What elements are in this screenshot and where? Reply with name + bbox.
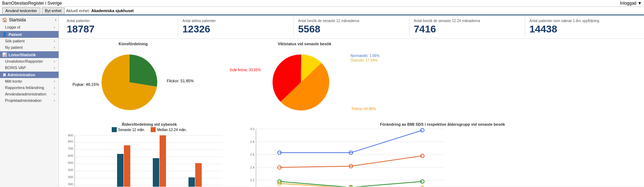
sidebar-item-anvandadmin[interactable]: Användaradministration ›: [0, 91, 59, 97]
stat-besok1224-value: 7416: [414, 24, 520, 35]
svg-text:500: 500: [68, 161, 73, 165]
pie-vikt-section: Viktstatus vid senaste besök Normalvikt:…: [219, 40, 390, 118]
svg-text:2.4: 2.4: [250, 166, 255, 169]
sidebar-patient-header: 👤 Patient: [0, 31, 59, 38]
search-patient-label: Sök patient: [5, 39, 25, 43]
logout-arrow: ›: [54, 25, 55, 29]
line-chart-section: Förändring av BMI SDS i respektive ålder…: [244, 121, 641, 187]
svg-text:300: 300: [68, 175, 73, 179]
pie-kons-title: Könsfördelning: [62, 40, 205, 47]
vikt-svarfetma-label: Svår fetma: 33.55%: [230, 68, 261, 72]
home-label: Startsida: [9, 17, 26, 22]
bar-group4-series2: [195, 163, 202, 187]
stat-besok1224-label: Antal besök de senaste 12-24 månaderna: [414, 19, 520, 23]
svg-text:2.6: 2.6: [250, 153, 255, 156]
main-layout: 🏠 Startsida › Logga ut › 👤 Patient Sök p…: [0, 15, 644, 187]
projektadmin-arrow: ›: [54, 99, 55, 103]
stat-besok12: Antal besök de senaste 12 månaderna 5568: [294, 17, 409, 36]
line-series1-seg2: [351, 130, 422, 153]
patient-icon: 👤: [2, 32, 7, 37]
new-patient-label: Ny patient: [5, 45, 23, 50]
stat-patienter-label: Antal patienter: [67, 19, 173, 23]
line-series3-seg2: [351, 182, 422, 187]
topbar: BarnObesitasRegister i Sverige Inloggad …: [0, 0, 644, 7]
stat-aktiva: Antal aktiva patienter 12326: [178, 17, 294, 36]
vikt-overvikt-label: Övervikt: 17.94%: [351, 58, 379, 62]
svg-text:2.2: 2.2: [250, 178, 255, 182]
bar-legend-label-1: Senaste 12 mån.: [118, 128, 145, 132]
sidebar-item-rapportera[interactable]: Rapportera fel/ändring ›: [0, 84, 59, 91]
svg-text:900: 900: [68, 134, 73, 137]
pie-boys-segment: [130, 54, 157, 87]
patient-section-label: Patient: [9, 32, 22, 37]
sidebar-item-projektadmin[interactable]: Projektadministration ›: [0, 97, 59, 104]
bar-legend-item-2: Mellan 12-24 mån.: [151, 127, 187, 132]
sidebar-logout[interactable]: Logga ut ›: [0, 24, 59, 30]
stat-besok1224: Antal besök de senaste 12-24 månaderna 7…: [409, 17, 525, 36]
line-chart-title: Förändring av BMI SDS i respektive ålder…: [244, 121, 641, 127]
boris-vap-label: BORIS VAP: [5, 66, 26, 70]
bar-group3-series1: [153, 158, 159, 187]
admin-icon: 🖥: [2, 73, 6, 77]
app-title: BarnObesitasRegister i Sverige: [2, 1, 62, 6]
stat-patienter: Antal patienter 18787: [62, 17, 178, 36]
logout-label: Logga ut: [5, 25, 20, 29]
new-patient-arrow: ›: [54, 46, 55, 50]
use-testcenter-button[interactable]: Använd testcenter: [2, 7, 40, 14]
pie-kons-girls-label: Flickor: 51.85%: [167, 79, 194, 83]
pie-kons-boys-label: Pojkar: 48.15%: [72, 82, 99, 87]
bar-group3-series2: [160, 135, 166, 187]
stat-besok12-label: Antal besök de senaste 12 månaderna: [298, 19, 405, 23]
svg-text:2.8: 2.8: [250, 140, 255, 144]
unit-name: Akademiska sjukhuset: [91, 9, 134, 13]
bar-chart-svg: 0.0 100 200 300 400 500 600 700 800 900: [62, 134, 226, 187]
svg-text:200: 200: [68, 182, 73, 186]
bar-legend-label-2: Mellan 12-24 mån.: [157, 128, 187, 132]
mitt-konto-label: Mitt konto: [5, 79, 22, 83]
bar-group4-series1: [188, 177, 195, 187]
change-unit-button[interactable]: Byt enhet: [42, 7, 65, 14]
content-area: Antal patienter 18787 Antal aktiva patie…: [59, 15, 644, 187]
sidebar-item-mitt-konto[interactable]: Mitt konto ›: [0, 78, 59, 84]
pie-vikt-title: Viktstatus vid senaste besök: [219, 40, 390, 47]
sidebar-item-boris-vap[interactable]: BORIS VAP ›: [0, 64, 59, 71]
line-series2-seg2: [351, 156, 422, 166]
svg-text:700: 700: [68, 147, 73, 150]
projektadmin-label: Projektadministration: [5, 98, 42, 103]
stat-uppfoljning-label: Antal patienter som saknar 1-års uppfölj…: [529, 19, 636, 23]
pie-kons-section: Könsfördelning Pojkar: 48.15% Flickor: 5…: [62, 40, 205, 118]
bar-group2-series2: [124, 145, 130, 187]
sidebar: 🏠 Startsida › Logga ut › 👤 Patient Sök p…: [0, 15, 59, 187]
bar-chart-section: Åldersfördelning vid nybesök Senaste 12 …: [62, 121, 237, 187]
stat-aktiva-value: 12326: [182, 24, 289, 35]
stat-besok12-value: 5568: [298, 24, 405, 35]
sidebar-item-search-patient[interactable]: Sök patient ›: [0, 38, 59, 44]
stat-patienter-value: 18787: [67, 24, 173, 35]
sidebar-item-urvalslistor[interactable]: Urvalslistor/Rapporter ›: [0, 58, 59, 64]
line-series2-seg1: [280, 166, 351, 167]
line-series4-pt2: [349, 186, 353, 187]
stat-uppfoljning: Antal patienter som saknar 1-års uppfölj…: [525, 17, 640, 36]
line-chart-svg: 2.0 2.2 2.4 2.6 2.8 3.0 1 2 3: [244, 127, 451, 187]
svg-text:400: 400: [68, 168, 73, 172]
listor-section-label: Listor/Statistik: [9, 53, 36, 57]
stat-uppfoljning-value: 14438: [529, 24, 636, 35]
unit-label: Aktuell enhet:: [66, 9, 90, 13]
stats-bar: Antal patienter 18787 Antal aktiva patie…: [59, 15, 644, 39]
anvandadmin-label: Användaradministration: [5, 92, 46, 96]
svg-text:600: 600: [68, 154, 73, 157]
mitt-konto-arrow: ›: [54, 79, 55, 83]
bar-legend-color-1: [112, 127, 117, 132]
rapportera-arrow: ›: [54, 86, 55, 90]
svg-text:800: 800: [68, 140, 73, 143]
sidebar-item-new-patient[interactable]: Ny patient ›: [0, 44, 59, 51]
urvalslistor-arrow: ›: [54, 59, 55, 63]
stat-aktiva-label: Antal aktiva patienter: [182, 19, 289, 23]
pie-kons-chart: [101, 54, 158, 111]
bar-legend-item-1: Senaste 12 mån.: [112, 127, 145, 132]
listor-icon: 📊: [2, 52, 7, 57]
bar-legend-color-2: [151, 127, 156, 132]
sidebar-home[interactable]: 🏠 Startsida ›: [0, 16, 59, 24]
bar-group2-series1: [117, 154, 124, 187]
login-status[interactable]: Inloggad ▼: [620, 1, 642, 6]
